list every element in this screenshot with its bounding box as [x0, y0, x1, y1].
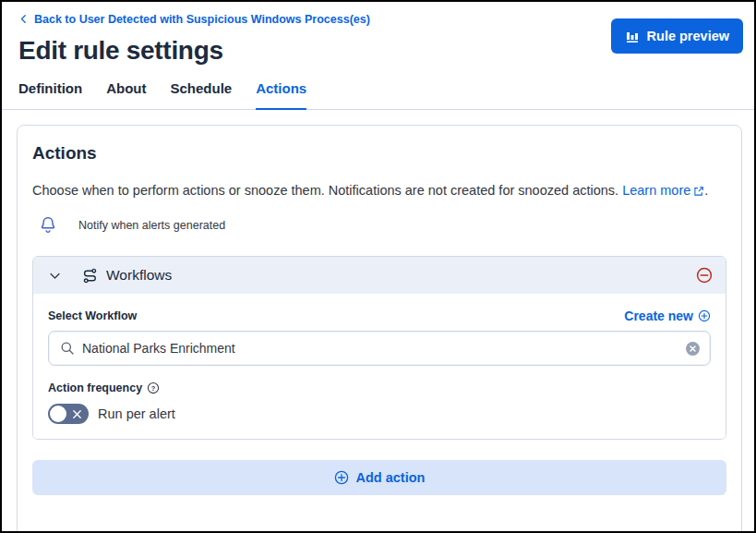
toggle-knob	[50, 406, 66, 422]
search-icon	[60, 341, 75, 356]
workflows-title: Workflows	[106, 267, 172, 284]
back-link[interactable]: Back to User Detected with Suspicious Wi…	[18, 13, 370, 26]
remove-action-button[interactable]	[696, 267, 713, 284]
tab-actions[interactable]: Actions	[256, 80, 306, 110]
actions-description-text: Choose when to perform actions or snooze…	[32, 183, 618, 198]
actions-heading: Actions	[32, 143, 726, 164]
create-new-label: Create new	[624, 309, 693, 323]
workflow-search-field	[48, 331, 711, 366]
plus-circle-icon	[334, 470, 349, 485]
add-action-label: Add action	[356, 470, 426, 485]
workflow-search-input[interactable]	[82, 341, 685, 356]
toggle-x-icon	[71, 408, 83, 420]
plus-circle-icon	[698, 309, 711, 322]
actions-card: Actions Choose when to perform actions o…	[17, 125, 742, 533]
rule-preview-button[interactable]: Rule preview	[611, 18, 743, 54]
workflows-panel: Workflows Select Workflow Create new	[32, 256, 726, 440]
chevron-down-icon	[49, 270, 61, 282]
svg-text:?: ?	[151, 384, 156, 393]
external-link-icon	[693, 186, 704, 197]
action-frequency-text: Action frequency	[48, 382, 142, 394]
action-frequency-label: Action frequency ?	[48, 382, 160, 394]
workflow-icon	[82, 268, 98, 284]
clear-icon	[685, 341, 701, 357]
bar-chart-icon	[625, 29, 640, 43]
page-header: Back to User Detected with Suspicious Wi…	[2, 2, 754, 66]
back-link-label: Back to User Detected with Suspicious Wi…	[34, 13, 370, 26]
tab-bar: Definition About Schedule Actions	[2, 80, 754, 110]
actions-description: Choose when to perform actions or snooze…	[32, 181, 726, 200]
tab-definition[interactable]: Definition	[18, 80, 82, 110]
workflows-panel-body: Select Workflow Create new	[33, 294, 726, 439]
add-action-button[interactable]: Add action	[32, 460, 726, 495]
create-new-link[interactable]: Create new	[624, 309, 711, 323]
notify-row: Notify when alerts generated	[32, 216, 726, 235]
rule-preview-label: Rule preview	[647, 29, 729, 43]
run-per-alert-toggle[interactable]	[48, 404, 89, 424]
minus-circle-icon	[696, 267, 713, 284]
chevron-left-icon	[18, 14, 29, 24]
run-per-alert-label: Run per alert	[98, 406, 175, 421]
description-period: .	[704, 183, 708, 198]
tab-about[interactable]: About	[106, 80, 146, 110]
run-per-alert-row: Run per alert	[48, 404, 711, 424]
learn-more-link[interactable]: Learn more	[622, 181, 704, 200]
tab-schedule[interactable]: Schedule	[170, 80, 232, 110]
workflows-accordion-header[interactable]: Workflows	[33, 257, 726, 294]
select-workflow-label: Select Workflow	[48, 309, 137, 322]
bell-icon	[40, 216, 56, 235]
notify-label: Notify when alerts generated	[78, 219, 225, 232]
learn-more-label: Learn more	[622, 181, 690, 200]
clear-search-button[interactable]	[685, 341, 701, 357]
question-circle-icon[interactable]: ?	[147, 382, 160, 394]
select-workflow-row: Select Workflow Create new	[48, 309, 711, 323]
